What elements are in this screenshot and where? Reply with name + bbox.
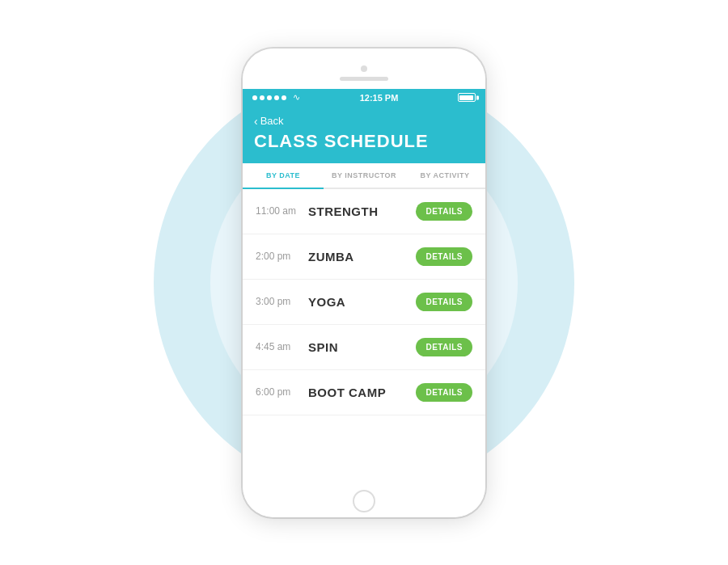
- item-name: STRENGTH: [308, 204, 416, 218]
- phone-camera: [361, 65, 367, 72]
- phone-top-bezel: [243, 48, 485, 89]
- item-time: 4:45 am: [256, 341, 308, 352]
- tabs-bar: BY DATE BY INSTRUCTOR BY ACTIVITY: [243, 163, 485, 189]
- status-time: 12:15 PM: [360, 93, 399, 103]
- details-button[interactable]: DETAILS: [416, 247, 472, 266]
- item-name: YOGA: [308, 295, 416, 309]
- status-bar: ∿ 12:15 PM: [243, 89, 485, 107]
- tab-by-activity[interactable]: BY ACTIVITY: [404, 163, 485, 188]
- list-item: 4:45 am SPIN DETAILS: [243, 325, 485, 370]
- details-button[interactable]: DETAILS: [416, 202, 472, 221]
- page-title: CLASS SCHEDULE: [254, 131, 474, 152]
- signal-dot: [252, 95, 257, 100]
- battery-icon: [458, 93, 476, 102]
- signal-dot: [281, 95, 286, 100]
- wifi-icon: ∿: [293, 92, 300, 103]
- phone-frame: ∿ 12:15 PM ‹ Back CLASS SCHEDULE BY DATE: [243, 48, 485, 517]
- phone-bottom-bezel: [243, 485, 485, 517]
- signal-dot: [267, 95, 272, 100]
- back-button[interactable]: ‹ Back: [254, 115, 474, 128]
- signal-dot: [260, 95, 265, 100]
- list-item: 2:00 pm ZUMBA DETAILS: [243, 234, 485, 280]
- signal-dot: [274, 95, 279, 100]
- back-label: Back: [260, 115, 284, 127]
- battery-fill: [459, 95, 473, 100]
- item-time: 2:00 pm: [256, 251, 308, 262]
- tab-by-date[interactable]: BY DATE: [243, 163, 324, 188]
- item-name: BOOT CAMP: [308, 386, 416, 399]
- item-time: 6:00 pm: [256, 386, 308, 398]
- item-name: SPIN: [308, 340, 416, 354]
- signal-dots: ∿: [252, 92, 300, 103]
- item-time: 3:00 pm: [256, 296, 308, 307]
- item-time: 11:00 am: [256, 205, 308, 217]
- scene: ∿ 12:15 PM ‹ Back CLASS SCHEDULE BY DATE: [0, 0, 728, 565]
- list-item: 3:00 pm YOGA DETAILS: [243, 280, 485, 325]
- schedule-list: 11:00 am STRENGTH DETAILS 2:00 pm ZUMBA …: [243, 189, 485, 485]
- list-item: 11:00 am STRENGTH DETAILS: [243, 189, 485, 234]
- phone-speaker: [340, 77, 388, 81]
- details-button[interactable]: DETAILS: [416, 293, 472, 311]
- home-button[interactable]: [353, 490, 375, 512]
- chevron-left-icon: ‹: [254, 115, 258, 128]
- tab-by-instructor[interactable]: BY INSTRUCTOR: [324, 163, 404, 188]
- details-button[interactable]: DETAILS: [416, 338, 472, 356]
- details-button[interactable]: DETAILS: [416, 383, 472, 402]
- list-item: 6:00 pm BOOT CAMP DETAILS: [243, 370, 485, 415]
- item-name: ZUMBA: [308, 250, 416, 264]
- header-bar: ‹ Back CLASS SCHEDULE: [243, 107, 485, 163]
- battery-indicator: [458, 93, 476, 102]
